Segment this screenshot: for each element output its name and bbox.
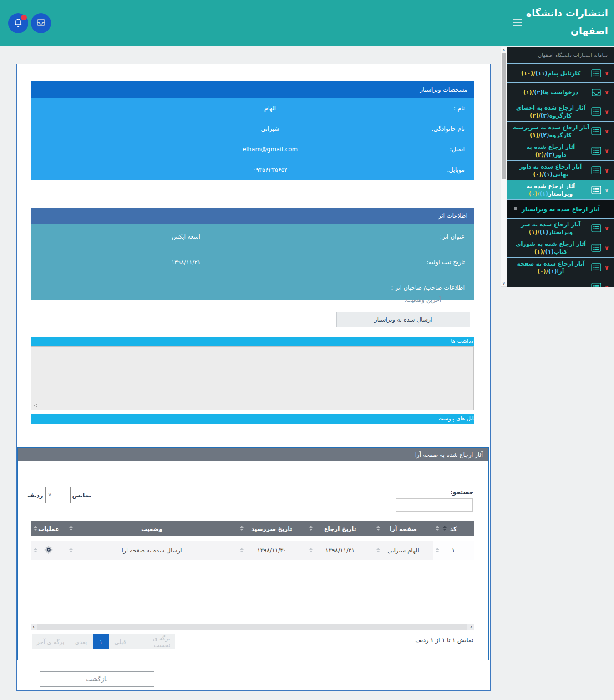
sidebar-item-final-referee[interactable]: ∨ آثار ارجاع شده به داور نهایی(۱)/(۰)	[507, 161, 614, 180]
table-row: ۱ الهام شیرانی ۱۳۹۸/۱۱/۲۱ ۱۳۹۸/۱۱/۳۰	[31, 541, 474, 560]
show-label: نمایش	[72, 492, 91, 499]
list-icon	[590, 166, 602, 174]
sidebar-item-label: آثار ارجاع شده به داور(۳)/(۲)	[509, 143, 590, 158]
page-size-control: نمایش ∨ ردیف	[27, 487, 91, 503]
sort-icon[interactable]	[69, 526, 73, 531]
back-button[interactable]: بازگشت	[40, 671, 154, 687]
main-content-panel: مشخصات ویراستار نام : الهام نام خانوادگی…	[16, 64, 491, 691]
sidebar-item-clipped[interactable]: ∨	[507, 277, 614, 287]
notes-section-bar: یادداشت ها	[31, 337, 474, 346]
page-size-select[interactable]: ∨	[45, 487, 71, 503]
cell-operations	[31, 541, 66, 560]
field-label: ایمیل:	[363, 146, 474, 153]
rows-label: ردیف	[27, 492, 43, 499]
notes-textarea[interactable]	[31, 346, 474, 410]
cell-code: ۱	[433, 541, 474, 560]
scroll-left-arrow-icon[interactable]: ‹	[31, 624, 36, 630]
search-label: جستجو:	[450, 489, 473, 496]
sidebar-item-chief-editor[interactable]: ∨ آثار ارجاع شده به سر ویراستار(۱)/(۱)	[507, 219, 614, 238]
sort-icon[interactable]	[376, 526, 380, 531]
field-value: شیرانی	[177, 125, 363, 132]
column-header-referral-date[interactable]: تاریخ ارجاع	[306, 521, 374, 536]
sort-icon	[34, 548, 37, 552]
sort-icon[interactable]	[309, 526, 313, 531]
list-icon	[590, 283, 602, 287]
cell-page-layout: الهام شیرانی	[374, 541, 433, 560]
scroll-right-arrow-icon[interactable]: ›	[468, 624, 474, 630]
cell-referral-date: ۱۳۹۸/۱۱/۲۱	[306, 541, 374, 560]
notification-badge	[21, 15, 27, 20]
list-icon	[590, 263, 602, 271]
sort-icon[interactable]	[240, 526, 244, 531]
pagination-first-button[interactable]: برگه ی نخست	[131, 634, 175, 649]
sidebar-item-label: آثار ارجاع شده به اعضای کارگروه(۳)/(۲)	[509, 104, 590, 119]
sidebar-item-label: آثار ارجاع شده به صفحه آرا(۱)/(۰)	[509, 260, 590, 275]
table-summary-text: نمایش ۱ تا ۱ از ۱ ردیف	[415, 637, 473, 644]
scroll-up-arrow-icon[interactable]: ∧	[501, 47, 507, 53]
scrollbar-thumb[interactable]	[502, 53, 506, 179]
sidebar-scrollbar[interactable]: ∧ ∨	[501, 47, 507, 287]
sidebar-item-label: درخواست ها(۲)/(۱)	[509, 88, 590, 96]
pagination-last-button[interactable]: برگه ی آخر	[32, 634, 69, 649]
pagination-next-button[interactable]: بعدی	[69, 634, 93, 649]
field-value: ۰۹۳۵۶۲۳۵۶۵۴	[177, 166, 363, 173]
scrollbar-thumb[interactable]	[37, 624, 467, 630]
chevron-down-icon: ∨	[602, 70, 611, 77]
sidebar-item-book-council[interactable]: ∨ آثار ارجاع شده به شورای کتاب(۱)/(۱)	[507, 238, 614, 258]
chevron-down-icon: ∨	[602, 225, 611, 232]
chevron-down-icon: ∨	[602, 128, 611, 135]
sidebar-item-message-cartable[interactable]: ∨ کارتابل پیام(۱۱)/(۱۰)	[507, 64, 614, 83]
field-row-last-name: نام خانوادگی: شیرانی	[31, 118, 474, 139]
sidebar-subitem-editor-referred[interactable]: آثار ارجاع شده به ویراستار	[507, 200, 614, 219]
sort-active-icon[interactable]	[443, 526, 447, 531]
column-header-code[interactable]: کد	[433, 521, 474, 536]
list-icon	[590, 127, 602, 135]
sidebar-item-label: آثار ارجاع شده به ویراستار(۱)/(۰)	[509, 182, 590, 198]
sidebar-item-label: آثار ارجاع شده به سرپرست کارگروه(۲)/(۱)	[509, 123, 590, 139]
column-header-operations[interactable]: عملیات	[31, 521, 66, 536]
gear-icon[interactable]	[44, 545, 54, 556]
field-value: ۱۳۹۸/۱۱/۲۱	[31, 259, 341, 266]
sort-icon[interactable]	[34, 526, 37, 531]
search-input[interactable]	[396, 498, 473, 512]
work-info-body: عنوان اثر: اشعه ایکس تاریخ ثبت اولیه: ۱۳…	[31, 224, 474, 300]
app-title-line2: اصفهان	[526, 22, 608, 40]
column-header-page-layout[interactable]: صفحه آرا	[374, 521, 433, 536]
hamburger-menu-icon[interactable]	[513, 19, 522, 27]
work-info-title: اطلاعات اثر	[31, 208, 474, 224]
sidebar-item-label: آثار ارجاع شده به سر ویراستار(۱)/(۱)	[509, 220, 590, 236]
sort-icon[interactable]	[436, 526, 439, 531]
attachments-title: فایل های پیوست	[438, 415, 474, 422]
sidebar-item-page-layout[interactable]: ∨ آثار ارجاع شده به صفحه آرا(۱)/(۰)	[507, 258, 614, 277]
inbox-icon	[36, 17, 46, 30]
work-info-panel: اطلاعات اثر عنوان اثر: اشعه ایکس تاریخ ث…	[31, 208, 474, 300]
pagination-page-1-button[interactable]: ۱	[93, 634, 109, 649]
inbox-button[interactable]	[31, 13, 51, 33]
column-header-status[interactable]: وضعیت	[66, 521, 237, 536]
scroll-down-arrow-icon[interactable]: ∨	[501, 281, 507, 286]
field-label: عنوان اثر:	[341, 233, 474, 240]
list-icon	[590, 107, 602, 116]
table-horizontal-scrollbar[interactable]: ‹ ›	[31, 624, 474, 630]
field-row-mobile: موبایل: ۰۹۳۵۶۲۳۵۶۵۴	[31, 159, 474, 180]
notes-title: یادداشت ها	[451, 338, 474, 344]
data-table: کد صفحه آرا تاریخ ارجاع تاریخ سررسید	[31, 521, 474, 560]
notifications-button[interactable]	[8, 13, 28, 33]
sidebar-item-workgroup-members[interactable]: ∨ آثار ارجاع شده به اعضای کارگروه(۳)/(۲)	[507, 102, 614, 122]
chevron-down-icon: ∨	[602, 264, 611, 271]
sidebar-item-requests[interactable]: ∨ درخواست ها(۲)/(۱)	[507, 83, 614, 102]
pagination-prev-button[interactable]: قبلی	[109, 634, 131, 649]
sidebar-item-referee[interactable]: ∨ آثار ارجاع شده به داور(۳)/(۲)	[507, 141, 614, 161]
sort-icon	[376, 548, 380, 552]
resize-grip-icon[interactable]	[32, 403, 36, 409]
field-value: elham@gmail.com	[177, 146, 363, 153]
referred-works-title: آثار ارجاع شده به صفحه آرا	[18, 448, 488, 461]
sidebar-item-editor[interactable]: ∨ آثار ارجاع شده به ویراستار(۱)/(۰)	[507, 180, 614, 200]
column-header-due-date[interactable]: تاریخ سررسید	[237, 521, 306, 536]
field-row-work-title: عنوان اثر: اشعه ایکس	[31, 224, 474, 249]
chevron-down-icon: ∨	[602, 284, 611, 287]
editor-specs-body: نام : الهام نام خانوادگی: شیرانی ایمیل: …	[31, 98, 474, 180]
sidebar-item-workgroup-supervisor[interactable]: ∨ آثار ارجاع شده به سرپرست کارگروه(۲)/(۱…	[507, 122, 614, 141]
sort-icon	[240, 548, 244, 552]
app-title: انتشارات دانشگاه اصفهان	[526, 5, 608, 40]
